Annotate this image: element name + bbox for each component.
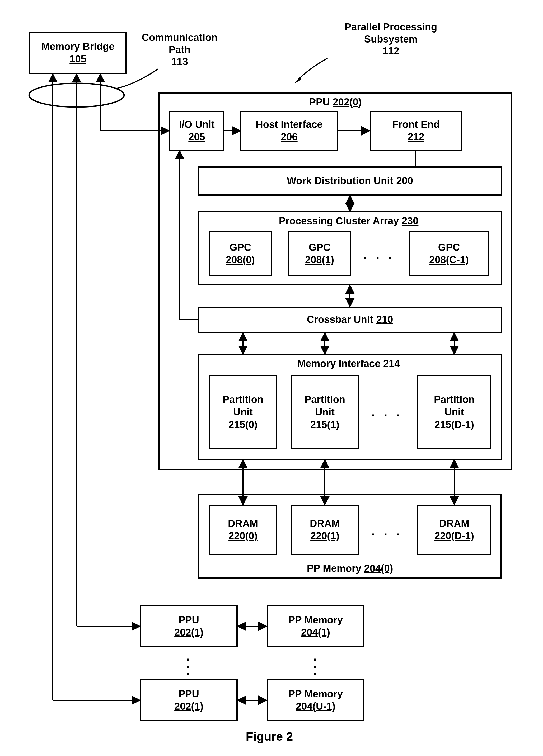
gpc0-num: 208(0)	[226, 254, 255, 266]
memif-num: 214	[383, 358, 400, 369]
ppmem0-num: 204(0)	[364, 563, 393, 574]
pu0-box: Partition Unit 215(0)	[209, 375, 277, 449]
ppmem1-box: PP Memory 204(1)	[267, 605, 364, 647]
wdu-num: 200	[396, 175, 413, 187]
pu0-num: 215(0)	[229, 419, 258, 431]
gpc1-title: GPC	[309, 241, 330, 254]
ppu-vdots-left: ...	[186, 653, 190, 675]
front-end-title: Front End	[392, 118, 439, 131]
pps-label: Parallel Processing Subsystem 112	[335, 21, 446, 57]
pu1-t1: Partition	[304, 393, 345, 406]
wdu-title: Work Distribution Unit	[287, 175, 393, 187]
memif-title: Memory Interface 214	[262, 358, 436, 369]
ppuU-title: PPU	[179, 688, 199, 701]
ppmem0-title: PP Memory 204(0)	[290, 563, 409, 574]
host-if-num: 206	[281, 131, 297, 143]
pca-title-text: Processing Cluster Array	[279, 215, 399, 226]
dram1-title: DRAM	[310, 517, 340, 530]
ppu0-title-text: PPU	[309, 96, 330, 108]
gpcC-title: GPC	[438, 241, 460, 254]
ppmem1-title: PP Memory	[288, 614, 343, 627]
ppmemU-num: 204(U-1)	[296, 700, 335, 713]
front-end-box: Front End 212	[370, 111, 462, 151]
pu-ellipsis: . . .	[371, 404, 402, 420]
pu1-t2: Unit	[315, 406, 334, 419]
io-unit-num: 205	[188, 131, 205, 143]
ppu0-title: PPU 202(0)	[293, 96, 378, 108]
dram1-num: 220(1)	[310, 530, 339, 542]
xbar-title: Crossbar Unit	[307, 313, 373, 326]
puD-box: Partition Unit 215(D-1)	[417, 375, 491, 449]
gpc0-box: GPC 208(0)	[209, 231, 272, 276]
wdu-box: Work Distribution Unit 200	[198, 166, 502, 196]
ppmemU-box: PP Memory 204(U-1)	[267, 679, 364, 721]
ppu1-num: 202(1)	[174, 626, 203, 639]
dramD-box: DRAM 220(D-1)	[417, 505, 491, 555]
dram0-title: DRAM	[228, 517, 258, 530]
pu0-t1: Partition	[223, 393, 263, 406]
host-if-box: Host Interface 206	[240, 111, 338, 151]
comm-path-num: 113	[171, 56, 188, 67]
pu0-t2: Unit	[233, 406, 253, 419]
memif-title-text: Memory Interface	[297, 358, 380, 369]
pca-title: Processing Cluster Array 230	[240, 215, 457, 227]
memory-bridge-box: Memory Bridge 105	[29, 32, 127, 74]
puD-t1: Partition	[434, 393, 475, 406]
xbar-box: Crossbar Unit 210	[198, 307, 502, 333]
front-end-num: 212	[407, 131, 424, 143]
puD-t2: Unit	[444, 406, 464, 419]
io-unit-title: I/O Unit	[179, 118, 215, 131]
gpcC-num: 208(C-1)	[429, 254, 469, 266]
pu1-num: 215(1)	[310, 419, 339, 431]
gpc1-num: 208(1)	[305, 254, 334, 266]
comm-path-t1: Communication	[142, 32, 217, 43]
dram-ellipsis: . . .	[371, 523, 402, 539]
pca-num: 230	[402, 215, 418, 226]
dram0-num: 220(0)	[229, 530, 258, 542]
svg-marker-1	[294, 76, 301, 83]
ppuU-num: 202(1)	[174, 700, 203, 713]
gpc0-title: GPC	[230, 241, 251, 254]
host-if-title: Host Interface	[256, 118, 322, 131]
comm-path-t2: Path	[169, 44, 191, 55]
ppu0-num: 202(0)	[332, 96, 361, 108]
dram1-box: DRAM 220(1)	[290, 505, 359, 555]
ppuU-box: PPU 202(1)	[140, 679, 238, 721]
comm-path-label: Communication Path 113	[137, 32, 222, 68]
memory-bridge-title: Memory Bridge	[41, 40, 115, 53]
ppmemU-title: PP Memory	[288, 688, 343, 701]
ppmem0-title-text: PP Memory	[307, 563, 361, 574]
dramD-num: 220(D-1)	[434, 530, 474, 542]
ppu1-title: PPU	[179, 614, 199, 627]
pps-t2: Subsystem	[364, 34, 418, 45]
dram0-box: DRAM 220(0)	[209, 505, 277, 555]
gpc-ellipsis: . . .	[363, 247, 394, 262]
io-unit-box: I/O Unit 205	[169, 111, 225, 151]
figure-caption: Figure 2	[217, 729, 322, 744]
pps-num: 112	[382, 45, 399, 57]
xbar-num: 210	[376, 313, 393, 326]
dramD-title: DRAM	[439, 517, 469, 530]
ppu1-box: PPU 202(1)	[140, 605, 238, 647]
pu1-box: Partition Unit 215(1)	[290, 375, 359, 449]
svg-point-0	[29, 83, 124, 107]
gpcC-box: GPC 208(C-1)	[409, 231, 489, 276]
pps-t1: Parallel Processing	[345, 21, 437, 33]
gpc1-box: GPC 208(1)	[288, 231, 351, 276]
puD-num: 215(D-1)	[434, 419, 474, 431]
memory-bridge-num: 105	[70, 53, 86, 66]
ppmem1-num: 204(1)	[301, 626, 330, 639]
ppu-vdots-right: ...	[313, 653, 317, 675]
